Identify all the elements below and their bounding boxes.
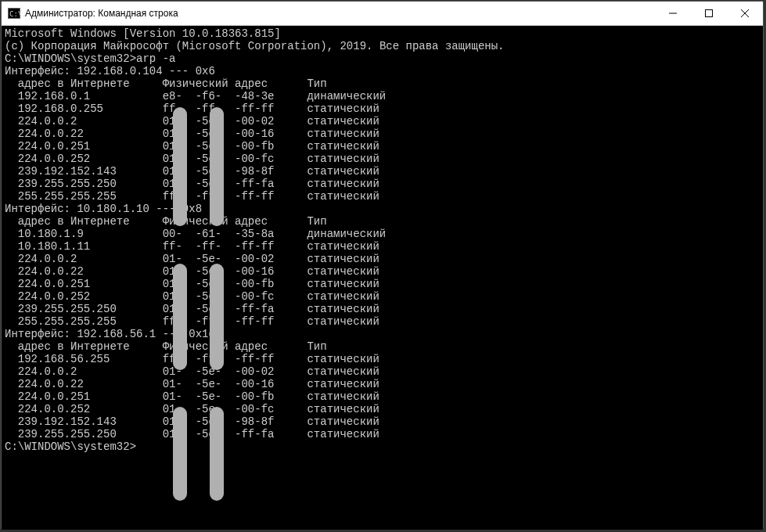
arp-mac: ff- -ff- -ff-ff xyxy=(163,190,307,203)
arp-table-row: 239.255.255.25001- -5e- -ff-faстатически… xyxy=(5,178,760,190)
arp-type: статический xyxy=(307,153,379,165)
arp-type: статический xyxy=(307,290,379,303)
arp-ip: 255.255.255.255 xyxy=(5,315,163,328)
arp-ip: 224.0.0.252 xyxy=(5,290,163,303)
arp-type: статический xyxy=(307,253,379,265)
arp-mac: 01- -5e- -00-02 xyxy=(163,115,307,128)
arp-type: статический xyxy=(307,365,379,378)
arp-type: статический xyxy=(307,390,379,403)
col-header-type: Тип xyxy=(307,340,326,353)
arp-type: статический xyxy=(307,315,379,328)
arp-mac: 01- -5e- -ff-fa xyxy=(163,428,307,440)
arp-ip: 239.192.152.143 xyxy=(5,415,163,428)
arp-mac: 01- -5e- -00-fc xyxy=(163,403,307,415)
arp-ip: 224.0.0.251 xyxy=(5,140,163,153)
arp-table-row: 239.192.152.14301- -5e- -98-8fстатически… xyxy=(5,165,760,178)
arp-table-row: 224.0.0.2201- -5e- -00-16статический xyxy=(5,128,760,140)
arp-type: динамический xyxy=(307,228,386,240)
arp-table-header: адрес в ИнтернетеФизический адресТип xyxy=(5,215,760,228)
minimize-button[interactable] xyxy=(655,2,691,25)
arp-ip: 224.0.0.251 xyxy=(5,278,163,290)
prompt-line: C:\WINDOWS\system32>arp -a xyxy=(5,52,760,65)
arp-table-row: 224.0.0.2201- -5e- -00-16статический xyxy=(5,265,760,278)
arp-type: статический xyxy=(307,128,379,140)
arp-mac: 01- -5e- -00-fb xyxy=(163,140,307,153)
arp-mac: 01- -5e- -00-16 xyxy=(163,265,307,278)
arp-type: статический xyxy=(307,265,379,278)
arp-type: статический xyxy=(307,178,379,190)
arp-table-row: 224.0.0.25201- -5e- -00-fcстатический xyxy=(5,403,760,415)
arp-ip: 255.255.255.255 xyxy=(5,190,163,203)
command-prompt-window: C:\. Администратор: Командная строка Mic… xyxy=(1,1,764,530)
close-button[interactable] xyxy=(727,2,763,25)
arp-mac: ff- -ff- -ff-ff xyxy=(163,102,307,115)
maximize-button[interactable] xyxy=(691,2,727,25)
arp-table-row: 224.0.0.201- -5e- -00-02статический xyxy=(5,253,760,265)
arp-type: динамический xyxy=(307,90,386,102)
arp-ip: 192.168.0.255 xyxy=(5,102,163,115)
prompt-text: C:\WINDOWS\system32> xyxy=(5,52,136,65)
col-header-ip: адрес в Интернете xyxy=(5,215,163,228)
arp-table-row: 224.0.0.25101- -5e- -00-fbстатический xyxy=(5,390,760,403)
arp-mac: 01- -5e- -00-fb xyxy=(163,390,307,403)
arp-table-row: 224.0.0.2201- -5e- -00-16статический xyxy=(5,378,760,390)
arp-type: статический xyxy=(307,415,379,428)
typed-command: arp -a xyxy=(136,52,175,65)
col-header-type: Тип xyxy=(307,77,326,90)
arp-ip: 239.255.255.250 xyxy=(5,178,163,190)
col-header-ip: адрес в Интернете xyxy=(5,340,163,353)
arp-ip: 239.255.255.250 xyxy=(5,303,163,315)
arp-mac: 01- -5e- -98-8f xyxy=(163,415,307,428)
cmd-app-icon: C:\. xyxy=(8,7,20,20)
arp-ip: 224.0.0.22 xyxy=(5,265,163,278)
arp-mac: ff- -ff- -ff-ff xyxy=(163,240,307,253)
arp-ip: 224.0.0.251 xyxy=(5,390,163,403)
arp-table-row: 10.180.1.11ff- -ff- -ff-ffстатический xyxy=(5,240,760,253)
svg-rect-1 xyxy=(706,10,713,17)
arp-table-row: 192.168.0.1e8- -f6- -48-3eдинамический xyxy=(5,90,760,102)
arp-ip: 239.255.255.250 xyxy=(5,428,163,440)
arp-ip: 224.0.0.2 xyxy=(5,115,163,128)
arp-mac: 00- -61- -35-8a xyxy=(163,228,307,240)
arp-mac: ff- -ff- -ff-ff xyxy=(163,315,307,328)
arp-mac: 01- -5e- -ff-fa xyxy=(163,303,307,315)
arp-ip: 192.168.0.1 xyxy=(5,90,163,102)
interface-header: Интерфейс: 192.168.0.104 --- 0x6 xyxy=(5,65,760,77)
arp-ip: 224.0.0.2 xyxy=(5,365,163,378)
col-header-ip: адрес в Интернете xyxy=(5,77,163,90)
arp-ip: 192.168.56.255 xyxy=(5,353,163,365)
arp-table-row: 192.168.56.255ff- -ff- -ff-ffстатический xyxy=(5,353,760,365)
arp-table-row: 224.0.0.25101- -5e- -00-fbстатический xyxy=(5,140,760,153)
arp-table-header: адрес в ИнтернетеФизический адресТип xyxy=(5,77,760,90)
prompt-text: C:\WINDOWS\system32> xyxy=(5,440,136,453)
interface-header: Интерфейс: 192.168.56.1 --- 0x1d xyxy=(5,328,760,340)
prompt-line-final[interactable]: C:\WINDOWS\system32> xyxy=(5,440,760,453)
arp-mac: ff- -ff- -ff-ff xyxy=(163,353,307,365)
col-header-mac: Физический адрес xyxy=(163,215,307,228)
arp-ip: 224.0.0.22 xyxy=(5,378,163,390)
arp-type: статический xyxy=(307,428,379,440)
window-controls xyxy=(655,2,763,25)
copyright-line: (c) Корпорация Майкрософт (Microsoft Cor… xyxy=(5,40,760,52)
arp-table-row: 192.168.0.255ff- -ff- -ff-ffстатический xyxy=(5,102,760,115)
arp-table-row: 255.255.255.255ff- -ff- -ff-ffстатически… xyxy=(5,190,760,203)
titlebar[interactable]: C:\. Администратор: Командная строка xyxy=(2,2,763,26)
arp-mac: 01- -5e- -00-fc xyxy=(163,153,307,165)
arp-ip: 10.180.1.9 xyxy=(5,228,163,240)
arp-type: статический xyxy=(307,240,379,253)
arp-type: статический xyxy=(307,165,379,178)
arp-type: статический xyxy=(307,378,379,390)
arp-type: статический xyxy=(307,190,379,203)
arp-table-row: 224.0.0.201- -5e- -00-02статический xyxy=(5,365,760,378)
arp-type: статический xyxy=(307,140,379,153)
arp-table-row: 239.255.255.25001- -5e- -ff-faстатически… xyxy=(5,303,760,315)
arp-type: статический xyxy=(307,278,379,290)
window-title: Администратор: Командная строка xyxy=(25,8,655,19)
windows-version-line: Microsoft Windows [Version 10.0.18363.81… xyxy=(5,27,760,40)
arp-table-row: 224.0.0.25101- -5e- -00-fbстатический xyxy=(5,278,760,290)
arp-mac: 01- -5e- -00-fb xyxy=(163,278,307,290)
arp-table-row: 10.180.1.900- -61- -35-8aдинамический xyxy=(5,228,760,240)
col-header-mac: Физический адрес xyxy=(163,340,307,353)
arp-mac: 01- -5e- -00-16 xyxy=(163,128,307,140)
console-output[interactable]: Microsoft Windows [Version 10.0.18363.81… xyxy=(2,26,763,530)
